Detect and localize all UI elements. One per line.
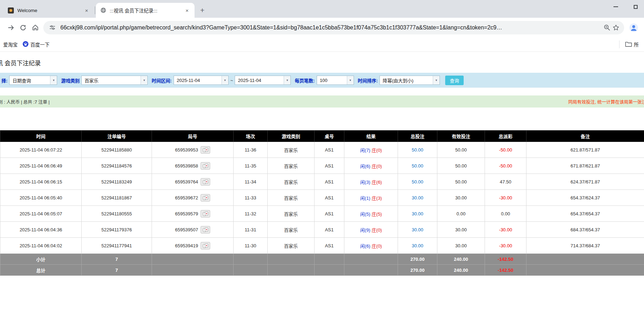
- total-bet-link[interactable]: 30.00: [412, 243, 424, 248]
- footer-empty-cell: [526, 254, 644, 265]
- cell-round: 659539419: [152, 238, 234, 254]
- result-player: 闲(5): [360, 211, 370, 217]
- cell-round: 659539858: [152, 158, 234, 174]
- page-size-select[interactable]: 100: [317, 76, 354, 85]
- maximize-icon[interactable]: [634, 5, 638, 9]
- view-cards-button[interactable]: [201, 226, 210, 233]
- payout-value: 0.00: [501, 211, 510, 216]
- cell-total-bet[interactable]: 30.00: [398, 190, 437, 206]
- forward-icon[interactable]: [5, 22, 17, 34]
- game-type-select[interactable]: 百家乐: [81, 76, 148, 85]
- view-cards-button[interactable]: [201, 146, 210, 154]
- view-cards-button[interactable]: [201, 178, 210, 186]
- cell-valid-bet: 50.00: [437, 174, 485, 190]
- total-row: 总计7270.00240.00-142.50: [0, 265, 644, 276]
- date-from-select[interactable]: 2025-11-04: [174, 76, 229, 85]
- view-cards-button[interactable]: [201, 162, 210, 170]
- payout-value: -30.00: [499, 195, 512, 200]
- col-header-valid-bet: 有效投注: [437, 131, 485, 142]
- result-player: 闲(9): [360, 227, 370, 233]
- zoom-icon[interactable]: [602, 23, 611, 32]
- col-header-table-no: 桌号: [315, 131, 344, 142]
- tab-welcome[interactable]: Welcome: [4, 3, 94, 18]
- cell-time: 2025-11-04 06:06:15: [0, 174, 82, 190]
- footer-empty-cell: [315, 265, 344, 276]
- cell-valid-bet: 30.00: [437, 238, 485, 254]
- address-bar[interactable]: 66cxkj98.com/ipl/portal.php/game/betreco…: [43, 21, 624, 34]
- bet-records-table: 时间 注单编号 局号 场次 游戏类别 桌号 结果 总投注 有效投注 总派彩 备注…: [0, 130, 644, 276]
- total-bet-link[interactable]: 50.00: [412, 163, 424, 169]
- col-header-total-bet: 总投注: [398, 131, 437, 142]
- query-type-select[interactable]: 日期查询: [9, 76, 57, 85]
- cell-table-no: AS1: [315, 158, 344, 174]
- cell-time: 2025-11-04 06:06:49: [0, 158, 82, 174]
- tab-separator: [95, 6, 95, 14]
- col-header-session: 场次: [234, 131, 268, 142]
- tab-bet-records[interactable]: :::视讯 会员下注纪录:::: [96, 3, 195, 18]
- round-number: 659539672: [175, 195, 198, 200]
- baidu-icon: [23, 41, 28, 48]
- col-header-time: 时间: [0, 131, 82, 142]
- cell-bet-id: 522941177941: [82, 238, 152, 254]
- total-bet-link[interactable]: 30.00: [412, 211, 424, 216]
- folder-icon: [625, 41, 632, 48]
- close-tab-icon[interactable]: [83, 7, 90, 13]
- summary-bar: 别 : 人民币 | 总共 :7 注单 | 同局有效投注, 统一计算在该局第一张注: [0, 95, 644, 108]
- sort-select[interactable]: 降幂(由大到小): [380, 76, 440, 85]
- bookmark-aitaobao[interactable]: 爱淘宝: [1, 39, 20, 49]
- total-bet-link[interactable]: 50.00: [412, 147, 424, 153]
- view-cards-button[interactable]: [201, 242, 210, 249]
- summary-notice-text: 同局有效投注, 统一计算在该局第一张注: [568, 98, 644, 105]
- cell-game-type: 百家乐: [268, 174, 315, 190]
- cell-table-no: AS1: [315, 174, 344, 190]
- cell-note: 621.87/571.87: [526, 142, 644, 158]
- cell-round: 659539672: [152, 190, 234, 206]
- profile-avatar-icon[interactable]: [628, 22, 640, 34]
- home-icon[interactable]: [29, 22, 41, 34]
- cell-total-bet[interactable]: 30.00: [398, 238, 437, 254]
- cell-total-bet[interactable]: 50.00: [398, 142, 437, 158]
- all-bookmarks-folder[interactable]: 所: [623, 39, 642, 49]
- round-number: 659539507: [175, 227, 198, 232]
- result-player: 闲(6): [360, 164, 370, 169]
- browser-window: Welcome :::视讯 会员下注纪录:::: [0, 0, 644, 52]
- cell-round: 659539953: [152, 142, 234, 158]
- new-tab-button[interactable]: [197, 5, 207, 15]
- footer-count: 7: [82, 254, 152, 265]
- window-controls: [613, 0, 638, 13]
- reload-icon[interactable]: [17, 22, 29, 34]
- bookmark-label: 爱淘宝: [3, 41, 18, 48]
- cell-bet-id: 522941184576: [82, 158, 152, 174]
- payout-value: -30.00: [499, 243, 512, 248]
- chevron-down-icon: [50, 76, 57, 84]
- cell-total-bet[interactable]: 30.00: [398, 206, 437, 222]
- table-row: 2025-11-04 06:04:02522941177941659539419…: [0, 238, 644, 254]
- result-banker: 庄(3): [372, 196, 382, 201]
- total-bet-link[interactable]: 30.00: [412, 195, 424, 200]
- cell-session: 11-34: [234, 174, 268, 190]
- close-tab-icon[interactable]: [184, 7, 190, 13]
- footer-payout: -142.50: [485, 265, 526, 276]
- total-bet-link[interactable]: 30.00: [412, 227, 424, 232]
- cell-total-bet[interactable]: 50.00: [398, 174, 437, 190]
- cell-bet-id: 522941179376: [82, 222, 152, 238]
- cell-valid-bet: 50.00: [437, 142, 485, 158]
- round-number: 659539953: [175, 147, 198, 153]
- cell-session: 11-31: [234, 222, 268, 238]
- date-to-select[interactable]: 2025-11-04: [235, 76, 291, 85]
- sort-filter: 时间排序: 降幂(由大到小): [358, 76, 440, 85]
- view-cards-button[interactable]: [201, 210, 210, 218]
- cell-total-bet[interactable]: 50.00: [398, 158, 437, 174]
- page-size-filter: 每页笔数: 100: [295, 76, 354, 85]
- site-settings-icon[interactable]: [48, 23, 57, 32]
- bookmark-star-icon[interactable]: [611, 23, 621, 32]
- search-button[interactable]: 查询: [445, 76, 464, 85]
- folder-label: 所: [634, 41, 639, 48]
- cell-table-no: AS1: [315, 206, 344, 222]
- round-number: 659539579: [175, 211, 198, 216]
- cell-total-bet[interactable]: 30.00: [398, 222, 437, 238]
- minimize-icon[interactable]: [613, 6, 618, 7]
- bookmark-baidu[interactable]: 百度一下: [20, 39, 52, 49]
- total-bet-link[interactable]: 50.00: [412, 179, 424, 185]
- view-cards-button[interactable]: [201, 194, 210, 202]
